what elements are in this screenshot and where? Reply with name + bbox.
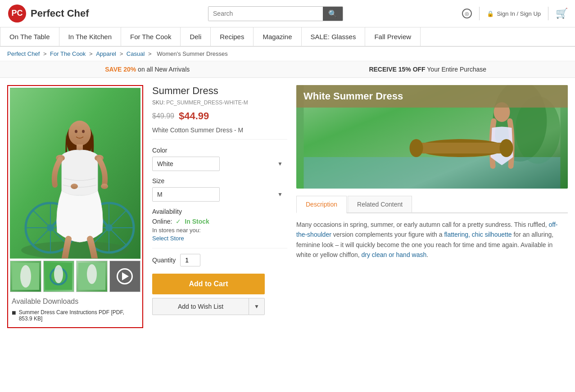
breadcrumb-home[interactable]: Perfect Chef (7, 50, 40, 57)
logo-area[interactable]: PC Perfect Chef (7, 4, 89, 23)
tab-related-content[interactable]: Related Content (348, 196, 412, 212)
quantity-input[interactable] (180, 254, 200, 266)
search-button[interactable]: 🔍 (323, 7, 343, 21)
add-to-cart-button[interactable]: Add to Cart (152, 274, 265, 294)
svg-rect-42 (304, 157, 561, 189)
size-label: Size (152, 177, 287, 185)
site-name: Perfect Chef (31, 8, 89, 19)
nav-item-recipes[interactable]: Recipes (211, 27, 254, 46)
svg-rect-45 (417, 143, 507, 153)
size-select[interactable]: XS S M L XL (152, 187, 220, 202)
availability-label: Availability (152, 208, 287, 215)
description-text: Many occasions in spring, summer, or ear… (296, 221, 557, 258)
main-content: Available Downloads ■ Summer Dress Care … (0, 78, 575, 335)
store-label: In stores near you: (152, 227, 287, 234)
desc-link-offtheshoulder[interactable]: off-the-shoulder (296, 221, 557, 238)
nav-item-fall-preview[interactable]: Fall Preview (365, 27, 421, 46)
add-to-wishlist-button[interactable]: Add to Wish List (152, 298, 249, 315)
cart-icon-group[interactable]: 🛒 (556, 8, 568, 19)
thumbnail-2[interactable] (43, 261, 75, 292)
video-preview[interactable]: White Summer Dress (296, 85, 568, 189)
wishlist-dropdown-button[interactable]: ▼ (249, 298, 265, 315)
in-stock-status: In Stock (185, 218, 209, 225)
thumbnail-1[interactable] (10, 261, 41, 292)
lock-icon: 🔒 (487, 10, 494, 17)
download-item-1[interactable]: ■ Summer Dress Care Instructions PDF [PD… (12, 309, 139, 322)
svg-point-47 (500, 139, 513, 157)
thumbnail-3[interactable] (76, 261, 108, 292)
svg-text:PC: PC (11, 9, 23, 18)
nav-item-magazine[interactable]: Magazine (254, 27, 301, 46)
header-icons: ◎ 🔒 Sign In / Sign Up 🛒 (462, 7, 568, 20)
search-input[interactable] (208, 7, 323, 21)
header-separator-2 (548, 7, 548, 20)
nav-item-deli[interactable]: Deli (181, 27, 211, 46)
main-product-image[interactable] (10, 88, 140, 259)
select-store-link[interactable]: Select Store (152, 235, 184, 242)
download-label-1: Summer Dress Care Instructions PDF [PDF,… (19, 309, 139, 322)
price-sale: $44.99 (179, 110, 209, 122)
product-title: Summer Dress (152, 85, 287, 97)
desc-link-flattering[interactable]: flattering, chic silhouette (444, 231, 512, 238)
downloads-title: Available Downloads (12, 297, 139, 306)
video-title: White Summer Dress (296, 85, 568, 108)
svg-point-31 (101, 184, 108, 189)
color-select-arrow-icon: ▼ (277, 161, 283, 167)
svg-point-38 (87, 264, 97, 284)
breadcrumb-casual[interactable]: Casual (127, 50, 145, 57)
promo-bar: SAVE 20% on all New Arrivals RECEIVE 15%… (0, 61, 575, 78)
breadcrumb-current: Women's Summer Dresses (157, 50, 228, 57)
signin-group[interactable]: 🔒 Sign In / Sign Up (487, 10, 541, 17)
main-nav: On The Table In The Kitchen For The Cook… (0, 27, 575, 47)
svg-point-46 (410, 139, 423, 157)
breadcrumb-apparel[interactable]: Apparel (96, 50, 116, 57)
nav-item-on-the-table[interactable]: On The Table (0, 27, 59, 46)
left-column: Available Downloads ■ Summer Dress Care … (7, 85, 143, 328)
nav-item-in-the-kitchen[interactable]: In The Kitchen (59, 27, 121, 46)
play-triangle-icon (122, 272, 129, 280)
online-availability-row: Online: ✓ In Stock (152, 218, 287, 225)
svg-point-25 (75, 130, 77, 133)
promo-left-bold: SAVE 20% (105, 66, 136, 73)
locator-icon-group[interactable]: ◎ (462, 9, 472, 18)
breadcrumb: Perfect Chef > For The Cook > Apparel > … (0, 47, 575, 61)
header: PC Perfect Chef 🔍 ◎ 🔒 Sign In / Sign Up … (0, 0, 575, 27)
thumbnail-row (10, 259, 140, 294)
thumb2-svg (45, 263, 72, 290)
download-bullet: ■ (12, 309, 16, 316)
color-select[interactable]: White Yellow (152, 157, 220, 171)
search-area: 🔍 (95, 6, 457, 21)
thumb-play-circle (117, 268, 133, 284)
sku-value: PC_SUMMER_DRESS-WHITE-M (166, 99, 248, 106)
thumb3-svg (78, 263, 105, 290)
search-box: 🔍 (208, 6, 343, 21)
thumb1-svg (12, 263, 39, 290)
price-original: $49.99 (152, 112, 174, 120)
tab-description[interactable]: Description (296, 196, 347, 213)
svg-point-33 (20, 265, 31, 288)
header-separator-1 (479, 7, 480, 20)
quantity-label: Quantity (152, 257, 176, 264)
description-tabs: Description Related Content (296, 196, 568, 213)
center-column: Summer Dress SKU: PC_SUMMER_DRESS-WHITE-… (152, 85, 287, 328)
quantity-section: Quantity (152, 248, 287, 266)
product-image-svg (10, 88, 140, 258)
promo-right: RECEIVE 15% OFF Your Entire Purchase (288, 66, 568, 73)
svg-point-30 (71, 184, 78, 189)
nav-item-sale-glasses[interactable]: SALE: Glasses (302, 27, 366, 46)
thumbnail-video[interactable] (109, 261, 141, 292)
checkmark-icon: ✓ (176, 218, 181, 225)
svg-point-24 (68, 121, 91, 146)
promo-right-rest: Your Entire Purchase (427, 66, 486, 73)
color-select-wrapper: White Yellow ▼ (152, 157, 287, 171)
nav-item-for-the-cook[interactable]: For The Cook (121, 27, 181, 46)
breadcrumb-for-the-cook[interactable]: For The Cook (50, 50, 86, 57)
desc-link-drycleaning[interactable]: dry clean or hand wash (361, 251, 426, 258)
product-sku: SKU: PC_SUMMER_DRESS-WHITE-M (152, 99, 287, 106)
locator-icon: ◎ (462, 9, 472, 18)
product-short-desc: White Cotton Summer Dress - M (152, 126, 287, 140)
downloads-section: Available Downloads ■ Summer Dress Care … (10, 294, 140, 325)
promo-right-bold: RECEIVE 15% OFF (369, 66, 425, 73)
cart-icon: 🛒 (556, 8, 568, 19)
online-label: Online: (152, 218, 172, 225)
